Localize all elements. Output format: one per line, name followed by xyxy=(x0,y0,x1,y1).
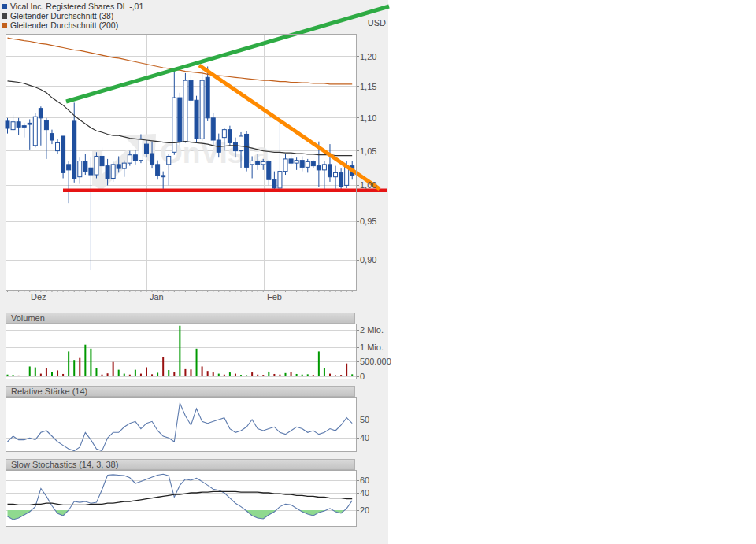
month-label: Feb xyxy=(267,293,282,302)
volume-axis-label: 0 xyxy=(360,372,365,381)
stoch-axis-label: 40 xyxy=(360,489,369,498)
ma38-swatch-icon xyxy=(2,13,7,19)
stoch-panel-header: Slow Stochastics (14, 3, 38) xyxy=(6,459,355,470)
price-axis-label: 0,90 xyxy=(360,256,376,265)
volume-axis-label: 2 Mio. xyxy=(360,326,384,335)
chart-legend: Vical Inc. Registered Shares DL -,01 Gle… xyxy=(2,2,143,30)
price-axis-label: 1,20 xyxy=(360,52,376,61)
ma200-swatch-icon xyxy=(2,23,7,28)
rsi-axis-label: 50 xyxy=(360,416,369,424)
rsi-axis-label: 40 xyxy=(360,434,369,442)
price-axis-label: 1,15 xyxy=(360,82,376,91)
volume-axis-label: 1 Mio. xyxy=(360,343,384,352)
stoch-axis-label: 60 xyxy=(360,476,369,485)
volume-axis-label: 500.000 xyxy=(360,357,391,366)
instrument-swatch-icon xyxy=(2,4,7,9)
currency-axis-label: USD xyxy=(358,19,386,28)
month-label: Jan xyxy=(150,293,164,302)
price-axis-label: 1,10 xyxy=(360,113,376,122)
legend-item-label: Gleitender Durchschnitt (200) xyxy=(10,20,118,30)
chart-page: OnVista Vical Inc. Registered Shares DL … xyxy=(0,0,756,544)
stoch-axis-label: 20 xyxy=(360,506,369,515)
volume-panel-header: Volumen xyxy=(6,313,355,324)
legend-item-label: Gleitender Durchschnitt (38) xyxy=(10,11,113,20)
legend-item-instrument: Vical Inc. Registered Shares DL -,01 xyxy=(2,2,143,11)
legend-item-ma200: Gleitender Durchschnitt (200) xyxy=(2,20,143,30)
price-axis-label: 0,95 xyxy=(360,217,376,226)
month-label: Dez xyxy=(31,293,46,302)
legend-item-label: Vical Inc. Registered Shares DL -,01 xyxy=(10,2,143,11)
rsi-panel-header: Relative Stärke (14) xyxy=(6,386,355,397)
legend-item-ma38: Gleitender Durchschnitt (38) xyxy=(2,11,143,20)
price-axis-label: 1,05 xyxy=(360,146,376,155)
price-axis-label: 1,00 xyxy=(360,181,376,190)
